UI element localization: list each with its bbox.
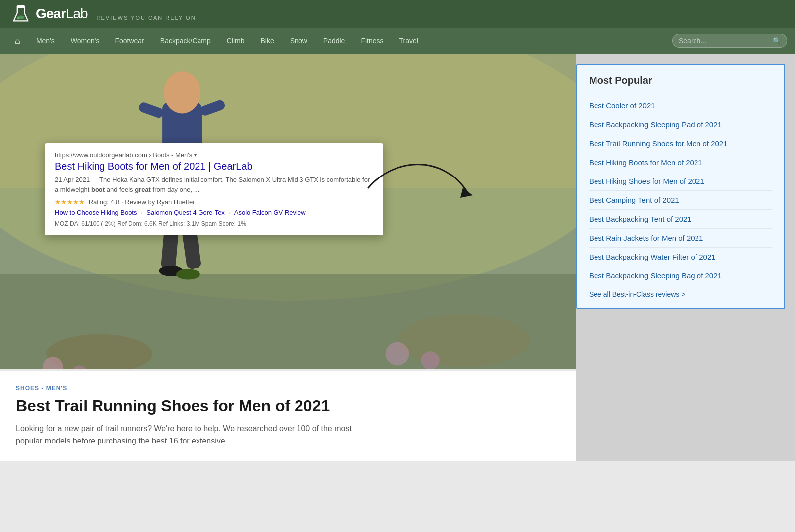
article-excerpt: Looking for a new pair of trail runners?… xyxy=(16,422,364,447)
popular-item-9[interactable]: Best Backpacking Sleeping Bag of 2021 xyxy=(589,266,772,285)
main-area: https://www.outdoorgearlab.com › Boots -… xyxy=(0,54,795,461)
separator: · xyxy=(229,209,232,216)
result-snippet: 21 Apr 2021 — The Hoka Kaha GTX defines … xyxy=(55,175,373,194)
right-column: Most Popular Best Cooler of 2021 Best Ba… xyxy=(576,54,795,461)
flask-icon xyxy=(12,5,30,23)
search-box: 🔍 xyxy=(672,34,787,48)
nav-paddle[interactable]: Paddle xyxy=(316,33,352,49)
left-column: https://www.outdoorgearlab.com › Boots -… xyxy=(0,54,576,461)
result-url: https://www.outdoorgearlab.com › Boots -… xyxy=(55,151,373,159)
popular-item-0[interactable]: Best Cooler of 2021 xyxy=(589,96,772,115)
popular-item-7[interactable]: Best Rain Jackets for Men of 2021 xyxy=(589,229,772,248)
popular-item-1[interactable]: Best Backpacking Sleeping Pad of 2021 xyxy=(589,115,772,134)
nav-mens[interactable]: Men's xyxy=(29,33,62,49)
result-title-link[interactable]: Best Hiking Boots for Men of 2021 | Gear… xyxy=(55,161,373,172)
search-icon: 🔍 xyxy=(772,37,781,45)
popular-item-5[interactable]: Best Camping Tent of 2021 xyxy=(589,191,772,210)
article-category: SHOES - MEN'S xyxy=(16,385,560,392)
nav-travel[interactable]: Travel xyxy=(393,33,425,49)
see-all-link[interactable]: See all Best-in-Class reviews > xyxy=(589,285,772,298)
nav-bike[interactable]: Bike xyxy=(254,33,281,49)
result-link-2[interactable]: Salomon Quest 4 Gore-Tex xyxy=(146,209,225,216)
nav-womens[interactable]: Women's xyxy=(64,33,106,49)
nav-home-button[interactable]: ⌂ xyxy=(8,32,27,50)
logo-gear: Gear xyxy=(36,6,66,22)
popular-item-3[interactable]: Best Hiking Boots for Men of 2021 xyxy=(589,153,772,172)
nav-backpack-camp[interactable]: Backpack/Camp xyxy=(153,33,218,49)
nav-snow[interactable]: Snow xyxy=(283,33,314,49)
logo-tagline: REVIEWS YOU CAN RELY ON xyxy=(97,15,196,21)
most-popular-title: Most Popular xyxy=(589,75,772,90)
result-rating: ★★★★★ Rating: 4,8 · Review by Ryan Huett… xyxy=(55,198,373,206)
svg-point-16 xyxy=(176,269,200,279)
stars-icon: ★★★★★ xyxy=(55,198,85,206)
most-popular-widget: Most Popular Best Cooler of 2021 Best Ba… xyxy=(576,64,785,309)
article-title[interactable]: Best Trail Running Shoes for Men of 2021 xyxy=(16,397,560,415)
logo-lab: Lab xyxy=(66,6,88,22)
svg-point-21 xyxy=(386,342,409,366)
nav-bar: ⌂ Men's Women's Footwear Backpack/Camp C… xyxy=(0,28,795,54)
separator: · xyxy=(141,209,144,216)
svg-point-10 xyxy=(164,71,201,113)
result-meta: MOZ DA: 61/100 (-2%) Ref Dom: 6.6K Ref L… xyxy=(55,220,373,227)
popular-item-6[interactable]: Best Backpacking Tent of 2021 xyxy=(589,210,772,229)
search-result-popup: https://www.outdoorgearlab.com › Boots -… xyxy=(45,143,383,235)
svg-point-3 xyxy=(17,17,19,19)
hero-image: https://www.outdoorgearlab.com › Boots -… xyxy=(0,54,576,369)
result-link-1[interactable]: How to Choose Hiking Boots xyxy=(55,209,137,216)
popular-item-8[interactable]: Best Backpacking Water Filter of 2021 xyxy=(589,248,772,266)
popular-item-2[interactable]: Best Trail Running Shoes for Men of 2021 xyxy=(589,134,772,153)
result-links: How to Choose Hiking Boots · Salomon Que… xyxy=(55,209,373,216)
popular-item-4[interactable]: Best Hiking Shoes for Men of 2021 xyxy=(589,172,772,191)
search-input[interactable] xyxy=(679,37,768,45)
logo-bar: GearLab REVIEWS YOU CAN RELY ON xyxy=(0,0,795,28)
svg-point-22 xyxy=(421,351,440,369)
nav-footwear[interactable]: Footwear xyxy=(108,33,151,49)
nav-climb[interactable]: Climb xyxy=(220,33,252,49)
result-link-3[interactable]: Asolo Falcon GV Review xyxy=(234,209,306,216)
dropdown-arrow-icon: ▾ xyxy=(194,152,197,158)
svg-point-18 xyxy=(398,314,530,367)
article-section: SHOES - MEN'S Best Trail Running Shoes f… xyxy=(0,369,576,461)
nav-fitness[interactable]: Fitness xyxy=(354,33,390,49)
